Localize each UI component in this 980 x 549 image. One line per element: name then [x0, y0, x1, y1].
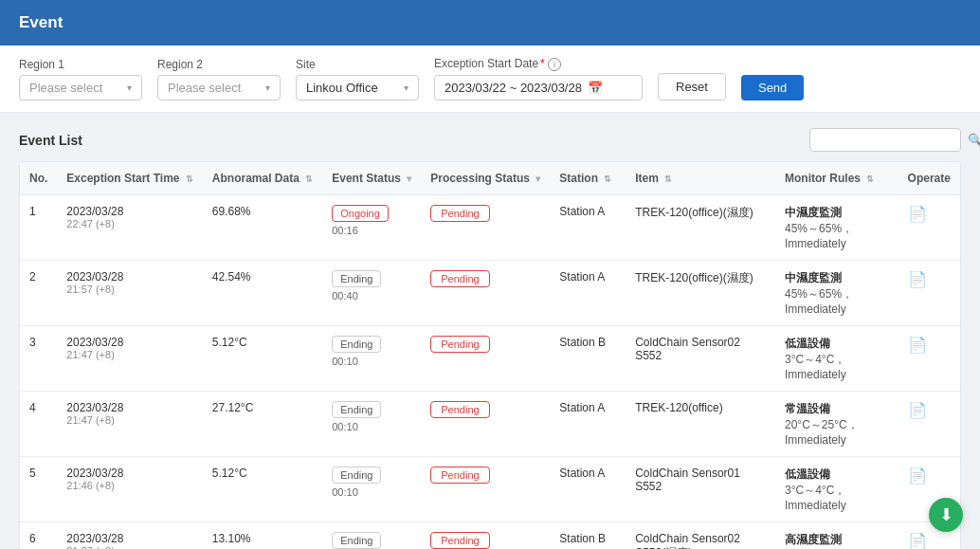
filter-event-status-icon[interactable]: ▾	[407, 174, 411, 184]
col-operate: Operate	[898, 162, 960, 195]
cell-event-status: Ending 00:10	[322, 457, 421, 522]
site-select[interactable]: Linkou Office ▾	[296, 75, 419, 101]
cell-no: 1	[20, 195, 57, 261]
region1-label: Region 1	[19, 58, 142, 71]
processing-badge: Pending	[430, 532, 489, 549]
sort-start-time-icon[interactable]: ⇅	[186, 174, 193, 184]
cell-operate: 📄	[898, 392, 960, 457]
cell-processing-status: Pending	[421, 522, 550, 550]
operate-icon[interactable]: 📄	[908, 206, 927, 222]
region2-group: Region 2 Please select ▾	[157, 58, 281, 101]
site-group: Site Linkou Office ▾	[296, 58, 419, 101]
filter-processing-status-icon[interactable]: ▾	[535, 174, 540, 184]
status-badge-ongoing: Ongoing	[332, 205, 389, 222]
cell-abnormal-data: 5.12°C	[203, 457, 322, 522]
cell-abnormal-data: 69.68%	[203, 195, 322, 261]
col-event-status: Event Status ▾	[322, 162, 421, 195]
required-indicator: *	[540, 57, 545, 70]
cell-monitor-rules: 中濕度監測 45%～65%， Immediately	[775, 261, 898, 326]
cell-start-time: 2023/03/28 21:47 (+8)	[57, 392, 203, 457]
cell-event-status: Ending 00:40	[322, 261, 421, 326]
download-button[interactable]: ⬇	[929, 498, 963, 532]
cell-processing-status: Pending	[421, 326, 550, 392]
cell-start-time: 2023/03/28 21:47 (+8)	[57, 326, 203, 392]
cell-event-status: Ongoing 00:16	[322, 195, 421, 261]
operate-icon[interactable]: 📄	[908, 402, 927, 418]
date-range-input[interactable]: 2023/03/22 ~ 2023/03/28 📅	[434, 75, 643, 101]
table-header-row: No. Exception Start Time ⇅ Abnoramal Dat…	[20, 162, 960, 195]
event-table-container: No. Exception Start Time ⇅ Abnoramal Dat…	[19, 161, 961, 549]
sort-item-icon[interactable]: ⇅	[664, 174, 672, 184]
reset-button[interactable]: Reset	[658, 73, 726, 101]
processing-badge: Pending	[430, 401, 489, 418]
table-row: 3 2023/03/28 21:47 (+8) 5.12°C Ending 00…	[20, 326, 960, 392]
sort-station-icon[interactable]: ⇅	[604, 174, 611, 184]
col-abnormal-data: Abnoramal Data ⇅	[203, 162, 322, 195]
cell-station: Station B	[550, 326, 626, 392]
search-box[interactable]: 🔍	[809, 128, 961, 152]
operate-icon[interactable]: 📄	[908, 271, 927, 287]
cell-no: 2	[20, 261, 57, 326]
cell-operate: 📄	[898, 261, 960, 326]
date-range-value: 2023/03/22 ~ 2023/03/28	[445, 81, 582, 95]
cell-event-status: Ending 00:10	[322, 326, 421, 392]
cell-operate: 📄	[898, 326, 960, 392]
processing-badge: Pending	[430, 467, 489, 484]
cell-item: TREK-120(office)(濕度)	[626, 261, 775, 326]
cell-station: Station A	[550, 195, 626, 261]
cell-station: Station A	[550, 392, 626, 457]
cell-monitor-rules: 低溫設備 3°C～4°C， Immediately	[775, 457, 898, 522]
col-exception-start-time: Exception Start Time ⇅	[57, 162, 203, 195]
site-chevron-icon: ▾	[404, 82, 408, 93]
cell-item: ColdChain Sensor02 S552	[626, 326, 775, 392]
send-button[interactable]: Send	[741, 75, 804, 101]
cell-start-time: 2023/03/28 21:37 (+8)	[57, 522, 203, 550]
status-badge-ending: Ending	[332, 467, 381, 484]
region2-chevron-icon: ▾	[265, 82, 270, 93]
cell-station: Station A	[550, 457, 626, 522]
cell-no: 3	[20, 326, 57, 392]
filter-bar: Region 1 Please select ▾ Region 2 Please…	[0, 46, 980, 113]
event-duration: 00:16	[332, 225, 411, 236]
exception-date-group: Exception Start Date* i 2023/03/22 ~ 202…	[434, 57, 643, 101]
cell-item: TREK-120(office)	[626, 392, 775, 457]
cell-no: 4	[20, 392, 57, 457]
sort-monitor-icon[interactable]: ⇅	[866, 174, 874, 184]
region1-value: Please select	[29, 81, 102, 95]
cell-monitor-rules: 中濕度監測 45%～65%， Immediately	[775, 195, 898, 261]
cell-item: ColdChain Sensor02 S552(濕度)	[626, 522, 775, 550]
col-processing-status: Processing Status ▾	[421, 162, 550, 195]
event-table: No. Exception Start Time ⇅ Abnoramal Dat…	[20, 162, 960, 549]
operate-icon[interactable]: 📄	[908, 337, 927, 353]
table-row: 2 2023/03/28 21:57 (+8) 42.54% Ending 00…	[20, 261, 960, 326]
operate-icon[interactable]: 📄	[908, 533, 927, 549]
cell-processing-status: Pending	[421, 195, 550, 261]
cell-abnormal-data: 42.54%	[203, 261, 322, 326]
status-badge-ending: Ending	[332, 336, 381, 353]
region1-select[interactable]: Please select ▾	[19, 75, 142, 101]
cell-abnormal-data: 5.12°C	[203, 326, 322, 392]
processing-badge: Pending	[430, 270, 489, 287]
cell-monitor-rules: 低溫設備 3°C～4°C， Immediately	[775, 326, 898, 392]
table-row: 4 2023/03/28 21:47 (+8) 27.12°C Ending 0…	[20, 392, 960, 457]
sort-abnormal-icon[interactable]: ⇅	[305, 174, 313, 184]
table-row: 1 2023/03/28 22:47 (+8) 69.68% Ongoing 0…	[20, 195, 960, 261]
cell-event-status: Ending 00:10	[322, 392, 421, 457]
cell-abnormal-data: 27.12°C	[203, 392, 322, 457]
operate-icon[interactable]: 📄	[908, 467, 927, 484]
cell-abnormal-data: 13.10%	[203, 522, 322, 550]
cell-start-time: 2023/03/28 22:47 (+8)	[57, 195, 203, 261]
region2-select[interactable]: Please select ▾	[157, 75, 281, 101]
region1-chevron-icon: ▾	[127, 82, 132, 93]
info-icon[interactable]: i	[548, 58, 561, 71]
event-list-title: Event List	[19, 133, 82, 148]
event-duration: 00:10	[332, 356, 411, 367]
col-station: Station ⇅	[550, 162, 626, 195]
cell-monitor-rules: 高濕度監測 65%～85%， Immediately	[775, 522, 898, 550]
search-input[interactable]	[820, 134, 962, 147]
cell-start-time: 2023/03/28 21:57 (+8)	[57, 261, 203, 326]
cell-no: 6	[20, 522, 57, 550]
cell-event-status: Ending 00:10	[322, 522, 421, 550]
cell-processing-status: Pending	[421, 392, 550, 457]
cell-no: 5	[20, 457, 57, 522]
